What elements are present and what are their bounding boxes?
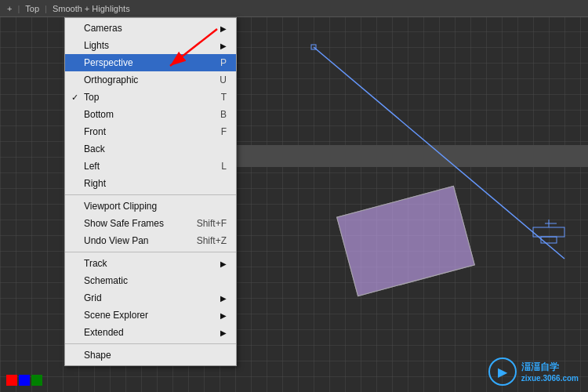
menu-label-viewport-clipping: Viewport Clipping [84, 201, 157, 212]
context-menu: Cameras▶Lights▶PerspectivePOrthographicU… [64, 17, 237, 366]
menu-label-perspective: Perspective [84, 57, 133, 68]
submenu-arrow-lights: ▶ [220, 42, 227, 50]
submenu-arrow-scene-explorer: ▶ [220, 311, 227, 320]
shortcut-left: L [221, 161, 227, 172]
menu-item-track[interactable]: Track▶ [65, 255, 236, 272]
shortcut-bottom: B [220, 109, 227, 120]
menu-label-right: Right [84, 178, 106, 189]
menu-label-cameras: Cameras [84, 23, 122, 34]
watermark-text: 湢湢自学 zixue.3066.com [521, 361, 579, 383]
submenu-arrow-cameras: ▶ [220, 24, 227, 33]
red-indicator [6, 375, 17, 386]
menu-label-undo-view-pan: Undo View Pan [84, 235, 149, 246]
menu-item-left[interactable]: LeftL [65, 158, 236, 175]
menu-item-back[interactable]: Back [65, 140, 236, 158]
menu-label-back: Back [84, 143, 105, 154]
watermark-icon: ▶ [488, 358, 517, 386]
menu-item-right[interactable]: Right [65, 175, 236, 192]
menu-item-orthographic[interactable]: OrthographicU [65, 71, 236, 89]
menu-label-grid: Grid [84, 292, 102, 303]
corner-indicators [6, 375, 42, 386]
menu-item-lights[interactable]: Lights▶ [65, 37, 236, 54]
menu-item-front[interactable]: FrontF [65, 123, 236, 140]
shortcut-orthographic: U [220, 74, 227, 85]
menu-label-orthographic: Orthographic [84, 74, 138, 85]
submenu-arrow-track: ▶ [220, 260, 227, 268]
menu-item-shape[interactable]: Shape [65, 347, 236, 364]
h-bar-top [235, 145, 588, 167]
menu-item-extended[interactable]: Extended▶ [65, 324, 236, 341]
menu-separator [65, 343, 236, 344]
menu-label-lights: Lights [84, 40, 109, 51]
shortcut-top: T [221, 92, 227, 103]
menu-label-extended: Extended [84, 327, 124, 338]
submenu-arrow-extended: ▶ [220, 328, 227, 337]
menu-item-grid[interactable]: Grid▶ [65, 289, 236, 307]
toolbar: + | Top | Smooth + Highlights [0, 0, 588, 17]
menu-label-track: Track [84, 258, 107, 269]
watermark-url: zixue.3066.com [521, 374, 579, 383]
menu-item-top[interactable]: TopT [65, 89, 236, 106]
menu-separator [65, 252, 236, 252]
menu-label-bottom: Bottom [84, 109, 114, 120]
menu-item-undo-view-pan[interactable]: Undo View PanShift+Z [65, 232, 236, 249]
watermark: ▶ 湢湢自学 zixue.3066.com [488, 358, 579, 386]
shortcut-show-safe-frames: Shift+F [197, 218, 227, 229]
menu-label-scene-explorer: Scene Explorer [84, 310, 148, 321]
watermark-brand: 湢湢自学 [521, 361, 579, 374]
menu-item-schematic[interactable]: Schematic [65, 272, 236, 289]
shortcut-perspective: P [220, 57, 227, 68]
menu-item-show-safe-frames[interactable]: Show Safe FramesShift+F [65, 215, 236, 232]
shortcut-front: F [221, 126, 227, 137]
menu-label-left: Left [84, 161, 100, 172]
menu-item-scene-explorer[interactable]: Scene Explorer▶ [65, 307, 236, 324]
shortcut-undo-view-pan: Shift+Z [197, 235, 227, 246]
menu-item-bottom[interactable]: BottomB [65, 106, 236, 123]
toolbar-view[interactable]: Top [21, 2, 43, 15]
toolbar-plus[interactable]: + [3, 2, 16, 15]
menu-label-shape: Shape [84, 350, 111, 361]
menu-label-top: Top [84, 92, 99, 103]
menu-item-viewport-clipping[interactable]: Viewport Clipping [65, 198, 236, 215]
green-indicator [31, 375, 42, 386]
menu-label-front: Front [84, 126, 106, 137]
menu-item-cameras[interactable]: Cameras▶ [65, 20, 236, 37]
blue-indicator [19, 375, 30, 386]
menu-label-schematic: Schematic [84, 275, 128, 286]
toolbar-shading[interactable]: Smooth + Highlights [49, 2, 134, 15]
menu-item-perspective[interactable]: PerspectiveP [65, 54, 236, 71]
menu-label-show-safe-frames: Show Safe Frames [84, 218, 164, 229]
menu-separator [65, 194, 236, 195]
submenu-arrow-grid: ▶ [220, 294, 227, 303]
